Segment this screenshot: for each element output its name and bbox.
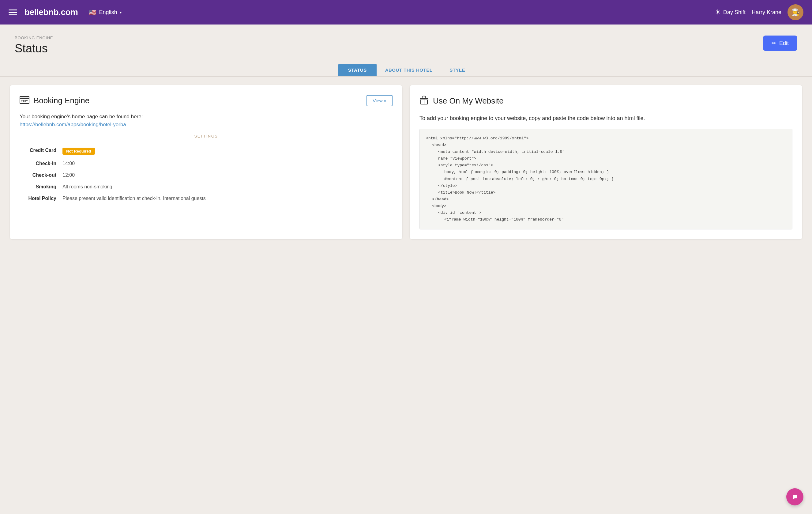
tab-about-hotel[interactable]: ABOUT THIS HOTEL (377, 64, 441, 76)
tab-line-right (474, 70, 797, 70)
code-line: <div id="content"> (438, 209, 786, 216)
tab-line-left (15, 70, 338, 70)
brand-logo: bellebnb.com (25, 7, 78, 17)
tabs-bar: STATUS ABOUT THIS HOTEL STYLE (0, 55, 812, 77)
card-title-row: Booking Engine (20, 95, 89, 106)
edit-button[interactable]: ✏ Edit (763, 35, 797, 51)
code-block[interactable]: <html xmlns="http://www.w3.org/1999/xhtm… (419, 128, 792, 229)
code-line: </style> (438, 182, 786, 189)
code-line: <style type="text/css"> (438, 162, 786, 169)
website-card-title: Use On My Website (433, 96, 504, 106)
code-line: <meta content="width=device-width, initi… (438, 148, 786, 155)
code-line: body, html { margin: 0; padding: 0; heig… (444, 169, 786, 175)
checkin-value: 14:00 (62, 158, 393, 169)
tab-style[interactable]: STYLE (441, 64, 474, 76)
hamburger-menu[interactable] (8, 9, 17, 15)
page-title: Status (15, 42, 53, 55)
tab-status[interactable]: STATUS (338, 64, 377, 76)
website-desc: To add your booking engine to your websi… (419, 114, 792, 122)
code-line: <title>Book Now!</title> (438, 189, 786, 196)
website-title-row: Use On My Website (419, 95, 504, 107)
smoking-label: Smoking (20, 181, 62, 193)
table-row: Check-in 14:00 (20, 158, 393, 169)
code-line: name="viewport"> (438, 155, 786, 162)
table-row: Hotel Policy Please present valid identi… (20, 193, 393, 204)
settings-divider: SETTINGS (20, 134, 393, 139)
user-name: Harry Krane (752, 9, 781, 16)
booking-desc: Your booking engine's home page can be f… (20, 114, 393, 120)
hotel-policy-value: Please present valid identification at c… (62, 193, 393, 204)
booking-engine-card: Booking Engine View » Your booking engin… (10, 85, 402, 239)
code-line: <body> (432, 203, 786, 209)
day-shift-label: Day Shift (723, 9, 746, 16)
pencil-icon: ✏ (772, 40, 776, 47)
code-line: #content { position:absolute; left: 0; r… (444, 176, 786, 182)
smoking-value: All rooms non-smoking (62, 181, 393, 193)
language-label: English (99, 9, 117, 16)
chevron-down-icon: ▾ (120, 10, 122, 15)
navbar-right: ☀ Day Shift Harry Krane 👨‍🍳 (715, 4, 804, 20)
navbar: bellebnb.com 🇺🇸 English ▾ ☀ Day Shift Ha… (0, 0, 812, 25)
content-area: Booking Engine View » Your booking engin… (0, 77, 812, 248)
booking-engine-title: Booking Engine (34, 96, 89, 105)
breadcrumb: BOOKING ENGINE (15, 35, 53, 40)
code-line: <html xmlns="http://www.w3.org/1999/xhtm… (426, 135, 786, 142)
checkout-value: 12:00 (62, 169, 393, 181)
day-shift-toggle[interactable]: ☀ Day Shift (715, 8, 746, 16)
hotel-policy-label: Hotel Policy (20, 193, 62, 204)
table-row: Check-out 12:00 (20, 169, 393, 181)
avatar[interactable]: 👨‍🍳 (787, 4, 804, 20)
booking-link[interactable]: https://bellebnb.com/apps/booking/hotel-… (20, 122, 126, 127)
code-line: </head> (432, 196, 786, 203)
code-line: <head> (432, 142, 786, 148)
booking-engine-icon (20, 95, 29, 106)
svg-rect-2 (21, 100, 24, 102)
table-row: Credit Card Not Required (20, 145, 393, 158)
settings-label: SETTINGS (195, 134, 218, 139)
language-selector[interactable]: 🇺🇸 English ▾ (89, 8, 121, 16)
website-card-header: Use On My Website (419, 95, 792, 107)
sun-icon: ☀ (715, 8, 721, 16)
code-line: <iframe width="100%" height="100%" frame… (444, 216, 786, 223)
checkout-label: Check-out (20, 169, 62, 181)
card-header: Booking Engine View » (20, 95, 393, 106)
not-required-badge: Not Required (62, 148, 95, 155)
credit-card-value: Not Required (62, 145, 393, 158)
settings-table: Credit Card Not Required Check-in 14:00 … (20, 145, 393, 204)
checkin-label: Check-in (20, 158, 62, 169)
svg-rect-1 (20, 96, 29, 98)
credit-card-label: Credit Card (20, 145, 62, 158)
chat-bubble[interactable] (786, 488, 804, 506)
edit-button-label: Edit (779, 40, 789, 47)
flag-icon: 🇺🇸 (89, 8, 96, 16)
page-header: BOOKING ENGINE Status ✏ Edit (0, 25, 812, 55)
view-button[interactable]: View » (367, 95, 393, 106)
website-card: Use On My Website To add your booking en… (410, 85, 802, 239)
table-row: Smoking All rooms non-smoking (20, 181, 393, 193)
gift-icon (419, 95, 429, 107)
